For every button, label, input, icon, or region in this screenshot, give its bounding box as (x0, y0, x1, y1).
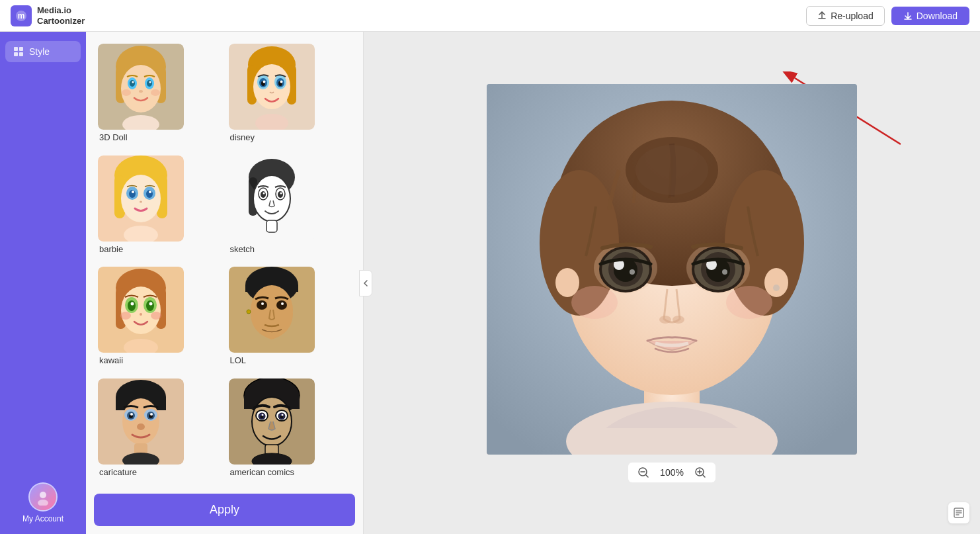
svg-point-72 (140, 313, 142, 316)
svg-point-57 (278, 191, 283, 198)
avatar-icon (34, 488, 52, 506)
style-item-kawaii[interactable]: kawaii (94, 263, 225, 375)
svg-point-35 (280, 81, 282, 83)
svg-point-97 (130, 413, 133, 416)
svg-point-20 (122, 89, 131, 96)
apply-button[interactable]: Apply (94, 494, 355, 526)
thumb-american-comics (229, 378, 315, 465)
style-label-sketch: sketch (229, 244, 255, 254)
zoom-in-icon (694, 467, 706, 478)
preview-container (487, 84, 857, 455)
svg-point-47 (149, 191, 151, 193)
zoom-level: 100% (657, 467, 686, 478)
svg-point-136 (630, 269, 635, 275)
account-label: My Account (22, 514, 63, 523)
zoom-out-icon (637, 467, 649, 478)
svg-rect-4 (14, 52, 18, 56)
svg-point-41 (121, 175, 161, 222)
svg-point-74 (151, 312, 161, 320)
svg-point-143 (659, 316, 671, 324)
svg-point-15 (130, 80, 135, 87)
style-grid: 3D Doll (86, 32, 363, 494)
app-header: m Media.io Cartoonizer Re-upload Downloa… (0, 0, 980, 32)
svg-point-113 (261, 414, 263, 416)
style-label-caricature: caricature (98, 467, 137, 477)
svg-point-142 (722, 269, 727, 275)
svg-point-114 (281, 414, 283, 416)
style-label-lol: LOL (229, 355, 247, 365)
note-icon[interactable] (948, 502, 969, 523)
preview-area: 100% (364, 32, 980, 534)
svg-rect-3 (19, 47, 23, 51)
svg-point-84 (281, 302, 284, 305)
svg-rect-88 (116, 397, 124, 410)
style-label-disney: disney (229, 132, 255, 142)
svg-point-58 (263, 192, 265, 194)
zoom-controls: 100% (628, 463, 715, 482)
sidebar-bottom: My Account (22, 482, 63, 523)
svg-point-82 (276, 300, 287, 310)
svg-point-6 (40, 492, 46, 498)
style-item-american-comics[interactable]: american comics (225, 375, 356, 486)
svg-point-34 (263, 81, 265, 83)
svg-point-46 (132, 191, 134, 193)
svg-point-12 (121, 65, 161, 112)
style-label-kawaii: kawaii (98, 355, 123, 365)
thumb-3d-doll (98, 44, 184, 130)
download-button[interactable]: Download (891, 7, 969, 25)
svg-point-53 (253, 175, 290, 222)
svg-point-18 (149, 81, 151, 83)
svg-rect-78 (245, 285, 256, 292)
style-label-barbie: barbie (98, 244, 123, 254)
svg-rect-105 (289, 396, 300, 409)
style-item-sketch[interactable]: sketch (225, 152, 356, 263)
style-label-3d-doll: 3D Doll (98, 132, 128, 142)
account-avatar[interactable] (28, 482, 58, 512)
svg-point-145 (571, 286, 618, 319)
svg-point-148 (635, 145, 708, 195)
sidebar-item-style[interactable]: Style (5, 41, 81, 62)
panel-collapse-button[interactable] (359, 270, 372, 296)
svg-rect-60 (266, 220, 277, 232)
svg-point-81 (257, 300, 267, 310)
svg-rect-5 (19, 52, 23, 56)
thumb-lol (229, 267, 315, 353)
svg-point-85 (247, 310, 251, 314)
svg-point-69 (146, 300, 154, 311)
svg-text:m: m (18, 11, 25, 21)
style-label-american-comics: american comics (229, 467, 295, 477)
svg-point-73 (120, 312, 131, 320)
sidebar: Style My Account (0, 32, 86, 534)
svg-point-71 (149, 302, 153, 306)
cartoon-face-preview (487, 84, 857, 455)
zoom-in-button[interactable] (694, 467, 706, 478)
thumb-caricature (98, 378, 184, 465)
style-item-lol[interactable]: LOL (225, 263, 356, 375)
svg-point-17 (132, 81, 134, 83)
header-actions: Re-upload Download (806, 6, 969, 26)
svg-rect-2 (14, 47, 18, 51)
style-item-disney[interactable]: disney (225, 40, 356, 152)
zoom-out-button[interactable] (637, 467, 649, 478)
svg-point-99 (137, 423, 145, 430)
svg-point-56 (261, 191, 266, 198)
svg-point-21 (151, 89, 160, 96)
svg-point-48 (140, 200, 142, 202)
style-item-barbie[interactable]: barbie (94, 152, 225, 263)
svg-point-70 (131, 302, 134, 306)
style-icon (13, 46, 24, 57)
main-layout: Style My Account (0, 32, 980, 534)
svg-point-128 (773, 285, 780, 291)
style-item-caricature[interactable]: caricature (94, 375, 225, 486)
preview-image (487, 84, 857, 455)
thumb-kawaii (98, 267, 184, 353)
thumb-disney (229, 44, 315, 130)
download-icon (903, 11, 913, 21)
thumb-sketch (229, 156, 315, 242)
svg-point-98 (150, 413, 153, 416)
reupload-button[interactable]: Re-upload (806, 6, 885, 26)
svg-point-83 (261, 302, 264, 305)
style-item-3d-doll[interactable]: 3D Doll (94, 40, 225, 152)
reupload-icon (817, 11, 827, 21)
svg-rect-104 (244, 396, 255, 409)
